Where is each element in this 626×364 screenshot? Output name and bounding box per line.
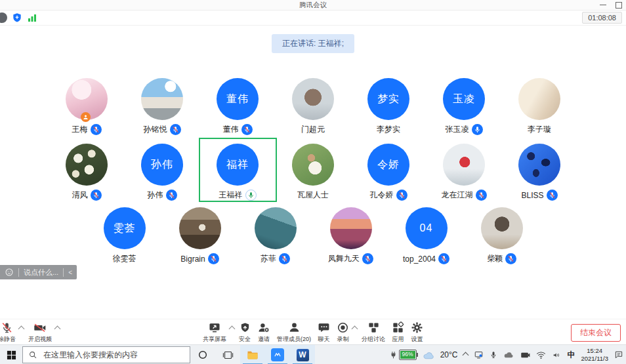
cast-icon[interactable] xyxy=(474,350,484,359)
collapse-icon[interactable]: < xyxy=(64,265,77,279)
participant-avatar xyxy=(518,78,560,120)
task-view-icon[interactable] xyxy=(215,345,240,364)
status-dot-icon[interactable] xyxy=(0,12,7,23)
toolbar-label: 应用 xyxy=(392,335,404,344)
participant-name-row: top_2004 xyxy=(403,253,449,264)
participant-cell[interactable]: BLISS xyxy=(502,139,577,201)
toolbar-label: 聊天 xyxy=(318,335,330,344)
invite-button[interactable]: 邀请 xyxy=(257,321,270,344)
word-app-icon[interactable]: W xyxy=(290,345,315,364)
manage-members-button[interactable]: 管理成员(20) xyxy=(277,321,311,344)
capture-icon[interactable] xyxy=(520,352,530,359)
participant-name-row: 门超元 xyxy=(301,124,325,135)
participant-avatar: 玉凌 xyxy=(443,78,485,120)
action-center-icon[interactable] xyxy=(614,350,623,359)
chevron-up-icon[interactable] xyxy=(229,326,236,333)
participant-cell[interactable]: 龙在江湖 xyxy=(427,139,502,201)
explorer-icon[interactable] xyxy=(240,345,265,364)
record-button[interactable]: 录制 xyxy=(337,321,349,344)
participant-cell[interactable]: 04top_2004 xyxy=(388,203,464,264)
toolbar-label: 管理成员(20) xyxy=(277,335,311,344)
participant-cell[interactable]: 门超元 xyxy=(276,73,351,135)
start-video-button[interactable]: 开启视频 xyxy=(28,321,52,344)
emoji-icon[interactable] xyxy=(0,265,18,279)
mic-muted-icon xyxy=(438,253,449,264)
search-input[interactable] xyxy=(42,350,176,360)
chat-button[interactable]: 聊天 xyxy=(318,321,330,344)
window-titlebar: 腾讯会议 xyxy=(0,0,626,10)
participant-avatar: 董伟 xyxy=(217,78,259,120)
share-screen-button[interactable]: 共享屏幕 xyxy=(203,321,226,344)
participant-avatar xyxy=(292,144,334,186)
wifi-icon[interactable] xyxy=(536,351,546,359)
participant-name: 龙在江湖 xyxy=(442,190,473,201)
restore-icon[interactable] xyxy=(616,2,622,9)
battery-percent: 96% xyxy=(400,351,415,358)
participant-cell[interactable]: 梦实李梦实 xyxy=(351,73,427,135)
participant-cell[interactable]: 柴颖 xyxy=(464,203,539,264)
mic-muted-icon xyxy=(166,190,177,201)
participant-name-row: 徐雯荟 xyxy=(113,253,136,264)
participant-cell[interactable]: 瓦屋人士 xyxy=(276,139,351,201)
breakout-rooms-button[interactable]: 分组讨论 xyxy=(362,321,385,344)
participant-cell[interactable]: 雯荟徐雯荟 xyxy=(87,203,162,264)
apps-button[interactable]: 应用 xyxy=(392,321,404,344)
participant-cell[interactable]: 苏菲 xyxy=(238,203,313,264)
participant-name: 孔令娇 xyxy=(370,190,394,201)
start-video-label: 开启视频 xyxy=(28,335,52,344)
participant-name-row: 龙在江湖 xyxy=(442,190,487,201)
network-quality-icon[interactable] xyxy=(27,12,37,23)
minimize-icon[interactable] xyxy=(600,5,606,5)
participant-cell[interactable]: 董伟董伟 xyxy=(200,73,276,135)
weather-icon[interactable] xyxy=(423,350,434,360)
ime-indicator[interactable]: 中 xyxy=(567,350,575,361)
speaking-banner: 正在讲话: 王福祥; xyxy=(272,34,354,53)
tray-mic-icon[interactable] xyxy=(490,350,497,359)
participant-avatar xyxy=(330,207,372,249)
participant-cell[interactable]: 李子璇 xyxy=(502,73,577,135)
unmute-button[interactable]: 除静音 xyxy=(0,321,16,344)
participant-cell-active-speaker[interactable]: 福祥王福祥 xyxy=(200,139,276,201)
mic-muted-icon xyxy=(170,124,181,135)
participant-row: 清风孙伟孙伟福祥王福祥瓦屋人士令娇孔令娇龙在江湖BLISS xyxy=(0,139,626,201)
security-button[interactable]: 安全 xyxy=(239,321,251,344)
mic-muted-icon xyxy=(505,253,516,264)
chevron-up-icon[interactable] xyxy=(54,326,61,333)
participant-name-row: 清风 xyxy=(72,190,102,201)
toolbar-label: 分组讨论 xyxy=(362,335,385,344)
participant-cell[interactable]: 凤舞九天 xyxy=(313,203,388,264)
participant-avatar xyxy=(66,144,108,186)
chat-input-collapsed[interactable]: 说点什么... xyxy=(19,265,63,279)
taskbar-search[interactable] xyxy=(22,346,190,363)
volume-icon[interactable] xyxy=(552,351,561,359)
participant-cell[interactable]: 孙伟孙伟 xyxy=(125,139,200,201)
participant-cell[interactable]: 令娇孔令娇 xyxy=(351,139,427,201)
settings-button[interactable]: 设置 xyxy=(411,321,423,344)
meeting-timer: 01:08:08 xyxy=(582,12,622,24)
participant-cell[interactable]: 清风 xyxy=(49,139,125,201)
participant-name-row: 王福祥 xyxy=(219,190,257,201)
mic-muted-icon xyxy=(547,190,558,201)
participant-cell[interactable]: 玉凌张玉凌 xyxy=(427,73,502,135)
end-meeting-button[interactable]: 结束会议 xyxy=(571,324,621,342)
taskbar-clock[interactable]: 15:24 2021/11/3 xyxy=(581,347,608,363)
chevron-up-icon[interactable] xyxy=(352,326,358,333)
chevron-up-icon[interactable] xyxy=(18,326,25,333)
temperature[interactable]: 20°C xyxy=(440,350,458,359)
participant-cell[interactable]: 孙铭悦 xyxy=(125,73,200,135)
battery-icon[interactable]: 96% xyxy=(389,350,417,359)
windows-start-icon[interactable] xyxy=(0,345,22,364)
participant-cell[interactable]: Bigrain xyxy=(162,203,238,264)
participant-cell[interactable]: 王梅 xyxy=(49,73,125,135)
participant-name: 门超元 xyxy=(301,124,325,135)
tray-chevron-icon[interactable] xyxy=(463,352,469,358)
participant-name: top_2004 xyxy=(403,254,436,264)
meeting-app-icon[interactable] xyxy=(265,345,290,364)
cortana-icon[interactable] xyxy=(190,345,215,364)
participant-name: 柴颖 xyxy=(487,253,503,264)
onedrive-icon[interactable] xyxy=(503,351,514,359)
participant-avatar xyxy=(179,207,221,249)
shield-icon[interactable] xyxy=(12,12,22,23)
participant-name-row: BLISS xyxy=(521,190,557,201)
participant-name-row: 孙伟 xyxy=(148,190,177,201)
